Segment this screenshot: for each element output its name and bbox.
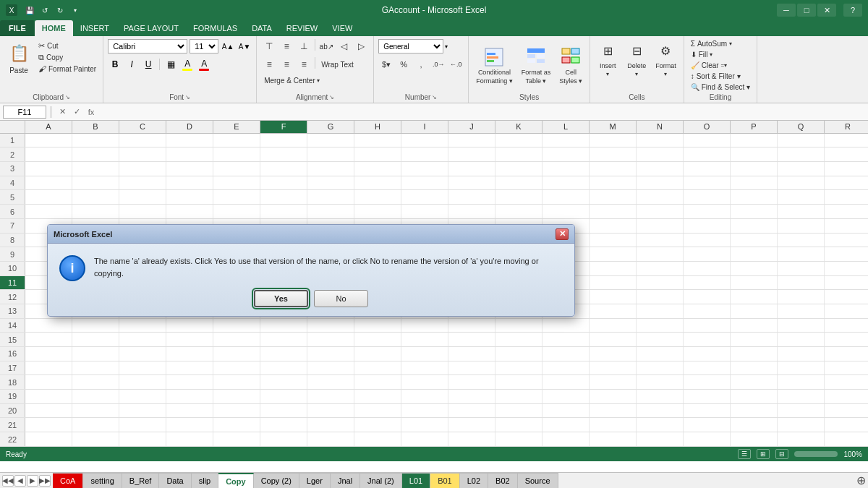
cell[interactable] [778, 347, 825, 361]
cell[interactable] [778, 404, 825, 418]
cell[interactable] [401, 319, 448, 333]
cell[interactable] [25, 319, 72, 333]
col-header-J[interactable]: J [448, 121, 495, 133]
cell[interactable] [590, 319, 637, 333]
cell[interactable] [72, 361, 119, 375]
cell[interactable] [825, 134, 868, 147]
page-layout-view-button[interactable]: ⊞ [757, 449, 770, 459]
cell[interactable] [448, 134, 495, 147]
cell[interactable] [825, 333, 868, 346]
cell[interactable] [637, 276, 684, 290]
cell[interactable] [401, 418, 448, 432]
number-format-dropdown-icon[interactable]: ▾ [445, 43, 448, 50]
cell[interactable] [25, 361, 72, 375]
row-number[interactable]: 8 [0, 234, 25, 247]
tab-file[interactable]: FILE [0, 20, 35, 36]
sheet-tab-L01[interactable]: L01 [402, 473, 430, 488]
cell[interactable] [542, 176, 590, 190]
col-header-K[interactable]: K [495, 121, 542, 133]
cell[interactable] [542, 375, 590, 389]
cell[interactable] [307, 333, 354, 346]
cell[interactable] [825, 319, 868, 333]
cell[interactable] [166, 176, 213, 190]
font-color-button[interactable]: A [197, 57, 211, 72]
cell[interactable] [72, 205, 119, 218]
sort-filter-button[interactable]: ↕ Sort & Filter ▾ [689, 72, 752, 81]
close-button[interactable]: ✕ [817, 4, 836, 17]
cell[interactable] [495, 147, 542, 161]
cell[interactable] [778, 262, 825, 275]
col-header-Q[interactable]: Q [778, 121, 825, 133]
cell[interactable] [731, 404, 778, 418]
cell[interactable] [354, 390, 401, 403]
cell[interactable] [307, 319, 354, 333]
bold-button[interactable]: B [108, 57, 122, 72]
row-number[interactable]: 15 [0, 333, 25, 346]
cell[interactable] [542, 134, 590, 147]
cell[interactable] [72, 162, 119, 176]
cell[interactable] [684, 247, 731, 261]
cell[interactable] [166, 190, 213, 204]
cell-styles-button[interactable]: Cell Styles ▾ [556, 46, 585, 86]
dialog-yes-button[interactable]: Yes [254, 290, 308, 307]
sheet-tab-CoA[interactable]: CoA [53, 473, 83, 488]
cell[interactable] [72, 190, 119, 204]
cell[interactable] [731, 262, 778, 275]
format-cells-button[interactable]: ⚙ Format ▾ [652, 39, 679, 79]
cell[interactable] [825, 361, 868, 375]
tab-formulas[interactable]: FORMULAS [186, 20, 244, 36]
col-header-N[interactable]: N [637, 121, 684, 133]
insert-cells-button[interactable]: ⊞ Insert ▾ [595, 39, 621, 79]
cell[interactable] [684, 390, 731, 403]
zoom-slider[interactable] [794, 451, 838, 457]
cell[interactable] [684, 404, 731, 418]
col-header-B[interactable]: B [72, 121, 119, 133]
cell[interactable] [260, 390, 307, 403]
cell[interactable] [778, 290, 825, 304]
currency-button[interactable]: $▾ [378, 57, 394, 72]
cell[interactable] [119, 190, 166, 204]
cell[interactable] [637, 333, 684, 346]
cell[interactable] [684, 290, 731, 304]
cell[interactable] [354, 418, 401, 432]
cell[interactable] [307, 432, 354, 446]
cell[interactable] [307, 176, 354, 190]
cell[interactable] [731, 205, 778, 218]
sheet-tab-L02[interactable]: L02 [460, 473, 488, 488]
cell[interactable] [166, 319, 213, 333]
cell[interactable] [731, 247, 778, 261]
font-shrink-button[interactable]: A▼ [237, 39, 252, 53]
cell[interactable] [354, 205, 401, 218]
col-header-R[interactable]: R [825, 121, 868, 133]
cell[interactable] [684, 418, 731, 432]
cell[interactable] [731, 147, 778, 161]
cell[interactable] [495, 319, 542, 333]
clear-dropdown-icon[interactable]: =▾ [721, 62, 728, 69]
cell[interactable] [495, 432, 542, 446]
row-number[interactable]: 6 [0, 205, 25, 218]
cell[interactable] [684, 375, 731, 389]
cell[interactable] [213, 147, 260, 161]
cell[interactable] [495, 333, 542, 346]
cell[interactable] [778, 162, 825, 176]
cell[interactable] [637, 247, 684, 261]
cell[interactable] [260, 333, 307, 346]
font-size-select[interactable]: 11 [190, 39, 218, 53]
cell[interactable] [590, 147, 637, 161]
cell[interactable] [590, 390, 637, 403]
cell[interactable] [542, 319, 590, 333]
add-sheet-button[interactable]: ⊕ [854, 474, 868, 488]
align-bottom-button[interactable]: ⊥ [296, 39, 312, 53]
cell[interactable] [25, 205, 72, 218]
italic-button[interactable]: I [124, 57, 139, 72]
cell[interactable] [72, 404, 119, 418]
sheet-tab-Copy[interactable]: Copy [218, 473, 254, 488]
cell[interactable] [495, 361, 542, 375]
tab-review[interactable]: REVIEW [279, 20, 325, 36]
cell[interactable] [542, 333, 590, 346]
cell[interactable] [213, 319, 260, 333]
tab-last-button[interactable]: ▶▶ [39, 475, 51, 487]
cell[interactable] [637, 375, 684, 389]
cell[interactable] [590, 205, 637, 218]
cell[interactable] [307, 190, 354, 204]
